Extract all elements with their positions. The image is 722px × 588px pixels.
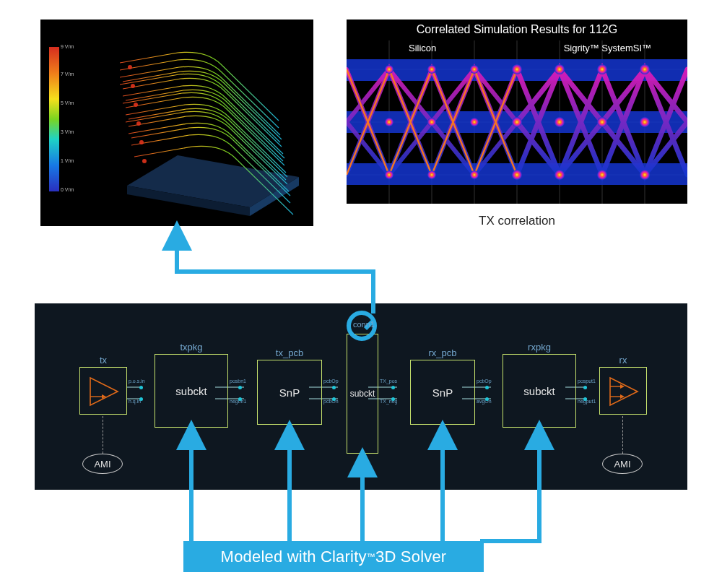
eye-diagram-caption: TX correlation — [347, 214, 687, 228]
em-field-render: 9 V/m 7 V/m 5 V/m 3 V/m 1 V/m 0 V/m — [40, 20, 313, 226]
colorbar-label: 1 V/m — [61, 158, 74, 163]
eye-diagram-panel: Correlated Simulation Results for 112G S… — [347, 20, 687, 228]
eye-diagram-title: Correlated Simulation Results for 112G — [347, 20, 687, 40]
block-rxpcb: rx_pcb SnP — [410, 360, 475, 425]
conn1-callout-label: conn1 — [353, 320, 375, 329]
svg-point-25 — [427, 65, 436, 74]
ami-label-tx: AMI — [82, 454, 123, 474]
banner-text-suffix: 3D Solver — [375, 548, 446, 566]
block-content: subckt — [347, 334, 378, 453]
svg-point-37 — [597, 64, 607, 74]
block-content: subckt — [503, 355, 575, 427]
eye-right-label: Sigrity™ SystemSI™ — [564, 43, 651, 53]
svg-point-30 — [470, 170, 479, 179]
svg-point-5 — [134, 103, 138, 107]
block-label: rxpkg — [503, 342, 575, 353]
svg-point-24 — [385, 170, 393, 179]
colorbar — [49, 47, 59, 191]
block-label: rx — [600, 355, 646, 366]
svg-point-27 — [427, 170, 436, 179]
block-txpkg: txpkg subckt — [155, 354, 228, 428]
svg-point-36 — [554, 170, 565, 180]
svg-point-23 — [385, 118, 393, 126]
eye-diagram-svg — [347, 40, 687, 204]
svg-point-28 — [470, 65, 479, 74]
svg-point-38 — [597, 117, 607, 127]
colorbar-label: 7 V/m — [61, 72, 74, 77]
colorbar-label: 3 V/m — [61, 129, 74, 134]
svg-point-8 — [142, 159, 147, 163]
svg-point-35 — [554, 117, 565, 127]
colorbar-label: 5 V/m — [61, 100, 74, 105]
amp-tx-icon — [80, 368, 128, 415]
svg-point-42 — [640, 170, 650, 180]
colorbar-label: 0 V/m — [61, 187, 74, 192]
svg-point-26 — [427, 118, 436, 126]
banner-text-prefix: Modeled with Clarity — [221, 548, 367, 566]
block-label: txpkg — [155, 342, 227, 353]
svg-point-33 — [512, 170, 522, 180]
block-label: tx — [80, 355, 126, 366]
svg-point-4 — [131, 84, 135, 88]
block-content: subckt — [155, 355, 227, 427]
block-content: SnP — [411, 360, 474, 424]
svg-marker-46 — [610, 378, 638, 405]
mesh-3d-icon — [98, 34, 308, 222]
block-label: rx_pcb — [411, 347, 474, 358]
banner-tm: ™ — [367, 552, 375, 562]
svg-point-3 — [128, 65, 132, 69]
block-content: SnP — [258, 360, 321, 424]
svg-point-7 — [139, 140, 144, 144]
svg-point-31 — [512, 64, 522, 74]
svg-point-41 — [640, 117, 650, 127]
amp-rx-icon — [600, 368, 648, 415]
block-txpcb: tx_pcb SnP — [257, 360, 322, 425]
block-label: tx_pcb — [258, 347, 321, 358]
clarity-banner: Modeled with Clarity ™ 3D Solver — [183, 541, 484, 572]
block-conn1: subckt — [347, 334, 378, 454]
block-tx: tx — [79, 367, 127, 415]
svg-point-39 — [597, 170, 607, 180]
svg-point-6 — [136, 121, 141, 126]
svg-marker-43 — [90, 378, 118, 405]
ami-label-rx: AMI — [602, 454, 643, 474]
svg-point-22 — [385, 65, 393, 74]
svg-point-40 — [640, 64, 650, 74]
eye-diagram-canvas: Silicon Sigrity™ SystemSI™ — [347, 40, 687, 204]
block-rx: rx — [599, 367, 647, 415]
block-rxpkg: rxpkg subckt — [503, 354, 576, 428]
svg-point-32 — [512, 117, 522, 127]
svg-point-29 — [470, 118, 479, 126]
colorbar-label: 9 V/m — [61, 44, 74, 49]
eye-left-label: Silicon — [409, 43, 436, 53]
svg-point-34 — [554, 64, 565, 74]
